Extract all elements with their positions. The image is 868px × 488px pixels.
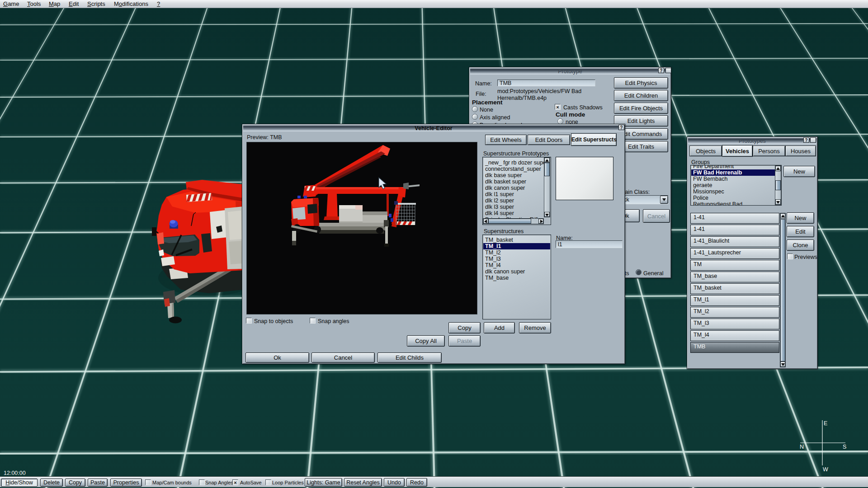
svg-text:N: N <box>800 444 804 450</box>
svg-text:E: E <box>824 420 827 427</box>
svg-text:S: S <box>843 444 846 450</box>
svg-text:W: W <box>823 466 828 473</box>
